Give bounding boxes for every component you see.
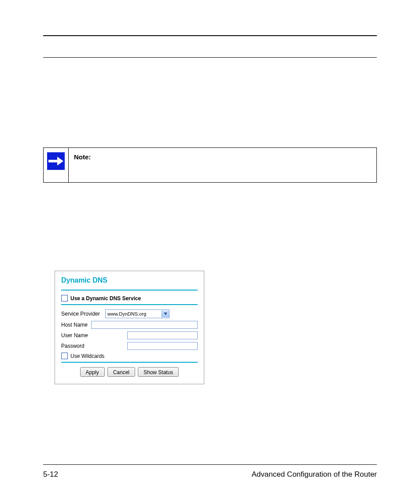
use-wildcards-label: Use Wildcards (70, 353, 104, 359)
use-ddns-label: Use a Dynamic DNS Service (70, 295, 141, 302)
divider-bottom (43, 464, 377, 465)
cancel-button[interactable]: Cancel (107, 367, 135, 377)
user-name-input[interactable] (127, 331, 198, 339)
host-name-input[interactable] (91, 321, 198, 329)
use-wildcards-checkbox[interactable] (61, 353, 68, 359)
host-name-row: Host Name (61, 321, 198, 329)
divider (61, 290, 198, 291)
service-provider-select[interactable]: www.DynDNS.org (105, 309, 169, 318)
section-title: Advanced Configuration of the Router (252, 470, 377, 479)
panel-title: Dynamic DNS (61, 276, 198, 288)
chevron-down-icon (162, 310, 169, 317)
divider-top-1 (43, 35, 377, 36)
divider-top-2 (43, 57, 377, 58)
use-ddns-checkbox[interactable] (61, 295, 68, 302)
service-provider-row: Service Provider www.DynDNS.org (61, 309, 198, 318)
svg-marker-1 (57, 157, 63, 166)
password-input[interactable] (127, 342, 198, 350)
service-provider-label: Service Provider (61, 311, 105, 317)
show-status-button[interactable]: Show Status (138, 367, 179, 377)
arrow-right-icon (47, 152, 65, 170)
use-ddns-row: Use a Dynamic DNS Service (61, 295, 198, 302)
note-text: Note: (69, 148, 376, 182)
password-label: Password (61, 343, 91, 349)
page-number: 5-12 (43, 470, 58, 479)
use-wildcards-row: Use Wildcards (61, 353, 198, 359)
note-box: Note: (43, 147, 377, 183)
note-label: Note: (74, 153, 91, 161)
svg-rect-0 (48, 160, 58, 162)
divider (61, 304, 198, 305)
apply-button[interactable]: Apply (80, 367, 105, 377)
svg-marker-2 (164, 313, 167, 315)
note-icon-cell (44, 148, 69, 182)
host-name-label: Host Name (61, 322, 91, 328)
service-provider-value: www.DynDNS.org (107, 311, 146, 316)
password-row: Password (61, 342, 198, 350)
user-name-label: User Name (61, 332, 91, 338)
dynamic-dns-panel: Dynamic DNS Use a Dynamic DNS Service Se… (55, 271, 204, 384)
divider (61, 362, 198, 363)
button-row: Apply Cancel Show Status (61, 367, 198, 377)
user-name-row: User Name (61, 331, 198, 339)
